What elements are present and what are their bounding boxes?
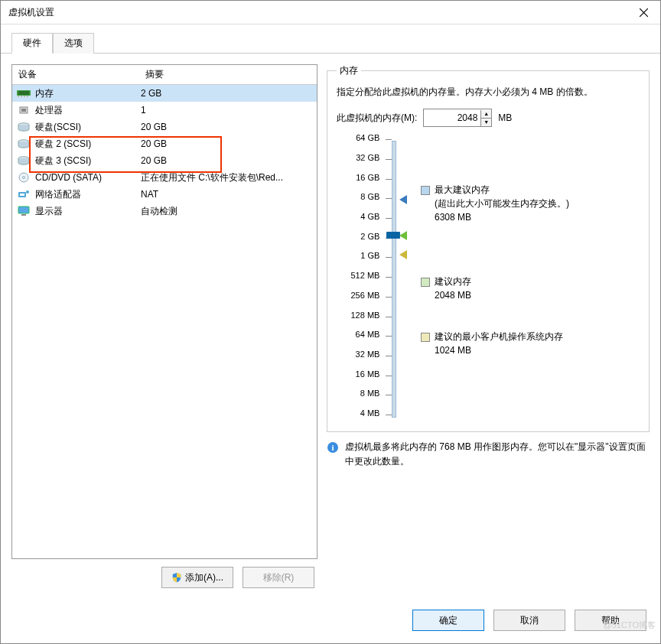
ok-button[interactable]: 确定 — [412, 610, 484, 631]
slider-tick-mark — [386, 336, 392, 337]
legend-rec-title: 建议内存 — [435, 276, 471, 287]
memory-fieldset: 内存 指定分配给此虚拟机的内存量。内存大小必须为 4 MB 的倍数。 此虚拟机的… — [327, 64, 650, 432]
left-panel: 设备 摘要 内存2 GB处理器1硬盘(SCSI)20 GB硬盘 2 (SCSI)… — [11, 64, 317, 599]
window: 虚拟机设置 硬件 选项 设备 摘要 内存2 GB处理器1硬盘(SCSI)20 G… — [0, 0, 661, 644]
device-list-header: 设备 摘要 — [12, 65, 317, 85]
slider-tick-label: 64 GB — [356, 133, 379, 142]
slider-tick-label: 16 GB — [356, 173, 379, 182]
slider-tick-label: 4 GB — [360, 212, 379, 221]
legend-min: 建议的最小客户机操作系统内存 1024 MB — [421, 330, 563, 357]
device-row[interactable]: 处理器1 — [12, 102, 317, 119]
slider-tick-label: 512 MB — [350, 271, 379, 280]
legend-max: 最大建议内存 (超出此大小可能发生内存交换。) 6308 MB — [421, 184, 569, 224]
device-row[interactable]: 网络适配器NAT — [12, 186, 317, 203]
cancel-button[interactable]: 取消 — [493, 610, 565, 631]
device-row[interactable]: 硬盘 2 (SCSI)20 GB — [12, 135, 317, 152]
slider-tick-mark — [386, 198, 392, 199]
memory-input-row: 此虚拟机的内存(M): ▲ ▼ MB — [337, 109, 640, 127]
slider-thumb[interactable] — [386, 232, 400, 239]
slider-tick-mark — [386, 415, 392, 415]
slider-area: 64 GB32 GB16 GB8 GB4 GB2 GB1 GB512 MB256… — [337, 138, 640, 421]
svg-rect-5 — [27, 96, 28, 97]
slider-tick-mark — [386, 277, 392, 278]
legend-max-sub2: 6308 MB — [435, 210, 569, 224]
slider-tick-label: 32 GB — [356, 153, 379, 162]
slider-tick-label: 256 MB — [350, 291, 379, 300]
device-row[interactable]: CD/DVD (SATA)正在使用文件 C:\软件安装包\Red... — [12, 169, 317, 186]
window-title: 虚拟机设置 — [1, 6, 627, 19]
slider-tick-mark — [386, 179, 392, 180]
slider-tick-mark — [386, 257, 392, 258]
slider-tick-mark — [386, 395, 392, 395]
svg-rect-7 — [21, 109, 26, 112]
device-name-label: 内存 — [35, 87, 54, 100]
header-summary: 摘要 — [139, 65, 317, 84]
disk-icon — [17, 138, 31, 149]
device-buttons: 添加(A)... 移除(R) — [11, 559, 317, 599]
info-icon: i — [327, 441, 339, 454]
dialog-buttons: 确定 取消 帮助 @51CTO博客 — [1, 599, 660, 643]
svg-rect-3 — [21, 96, 22, 97]
device-summary-cell: 2 GB — [136, 88, 317, 99]
device-name-cell: 硬盘 3 (SCSI) — [12, 154, 136, 168]
device-row[interactable]: 内存2 GB — [12, 85, 317, 102]
device-summary-cell: NAT — [136, 189, 317, 200]
slider-tick-mark — [386, 376, 392, 376]
disk-icon — [17, 122, 31, 132]
slider-tick-label: 8 MB — [360, 389, 380, 398]
slider-column: 64 GB32 GB16 GB8 GB4 GB2 GB1 GB512 MB256… — [337, 138, 413, 421]
slider-tick-mark — [386, 139, 392, 140]
memory-hint: i 虚拟机最多将此内存的 768 MB 用作图形内存。您可以在"显示器"设置页面… — [327, 440, 650, 469]
memory-hint-text: 虚拟机最多将此内存的 768 MB 用作图形内存。您可以在"显示器"设置页面中更… — [345, 440, 650, 469]
slider-tick-label: 128 MB — [350, 311, 379, 320]
remove-button[interactable]: 移除(R) — [243, 567, 314, 588]
close-button[interactable] — [627, 1, 660, 24]
device-name-label: 显示器 — [35, 205, 63, 218]
memory-unit: MB — [498, 112, 512, 123]
device-summary-cell: 20 GB — [136, 155, 317, 166]
content: 设备 摘要 内存2 GB处理器1硬盘(SCSI)20 GB硬盘 2 (SCSI)… — [1, 54, 660, 599]
marker-rec — [399, 231, 407, 240]
svg-rect-16 — [18, 207, 29, 213]
device-name-cell: 硬盘 2 (SCSI) — [12, 138, 136, 151]
device-summary-cell: 自动检测 — [136, 205, 317, 218]
slider-tick-mark — [386, 356, 392, 356]
svg-point-15 — [26, 190, 29, 194]
device-name-cell: 显示器 — [12, 205, 136, 218]
svg-rect-4 — [24, 96, 25, 97]
slider-track-wrap — [384, 138, 413, 421]
tab-options[interactable]: 选项 — [53, 33, 94, 54]
add-button[interactable]: 添加(A)... — [161, 567, 233, 588]
close-icon — [640, 8, 648, 17]
spin-down[interactable]: ▼ — [480, 119, 491, 126]
legend-green-icon — [421, 278, 430, 287]
cpu-icon — [17, 105, 31, 115]
slider-tick-mark — [386, 297, 392, 298]
spin-arrows: ▲ ▼ — [480, 110, 491, 126]
device-name-label: 硬盘 2 (SCSI) — [35, 138, 91, 151]
slider-tick-mark — [386, 159, 392, 160]
device-row[interactable]: 显示器自动检测 — [12, 203, 317, 220]
memory-field-label: 此虚拟机的内存(M): — [337, 112, 417, 125]
device-row[interactable]: 硬盘(SCSI)20 GB — [12, 119, 317, 135]
legend-column: 最大建议内存 (超出此大小可能发生内存交换。) 6308 MB 建议内存 204… — [421, 138, 640, 421]
svg-text:i: i — [331, 443, 334, 452]
device-row[interactable]: 硬盘 3 (SCSI)20 GB — [12, 152, 317, 169]
slider-track[interactable] — [392, 141, 396, 418]
help-button[interactable]: 帮助 — [575, 610, 646, 631]
memory-icon — [17, 88, 31, 99]
memory-spinbox[interactable]: ▲ ▼ — [423, 109, 492, 127]
slider-tick-label: 32 MB — [356, 350, 380, 359]
spin-up[interactable]: ▲ — [480, 110, 491, 119]
legend-max-title: 最大建议内存 — [435, 184, 490, 195]
right-panel: 内存 指定分配给此虚拟机的内存量。内存大小必须为 4 MB 的倍数。 此虚拟机的… — [327, 64, 650, 599]
slider-tick-mark — [386, 218, 392, 219]
slider-tick-label: 64 MB — [356, 330, 380, 339]
titlebar: 虚拟机设置 — [1, 1, 660, 24]
memory-legend: 内存 — [337, 64, 361, 77]
device-summary-cell: 20 GB — [136, 122, 317, 132]
memory-input[interactable] — [424, 112, 480, 123]
device-name-label: 硬盘 3 (SCSI) — [35, 154, 91, 168]
tab-hardware[interactable]: 硬件 — [11, 33, 53, 54]
legend-max-sub1: (超出此大小可能发生内存交换。) — [435, 197, 569, 210]
